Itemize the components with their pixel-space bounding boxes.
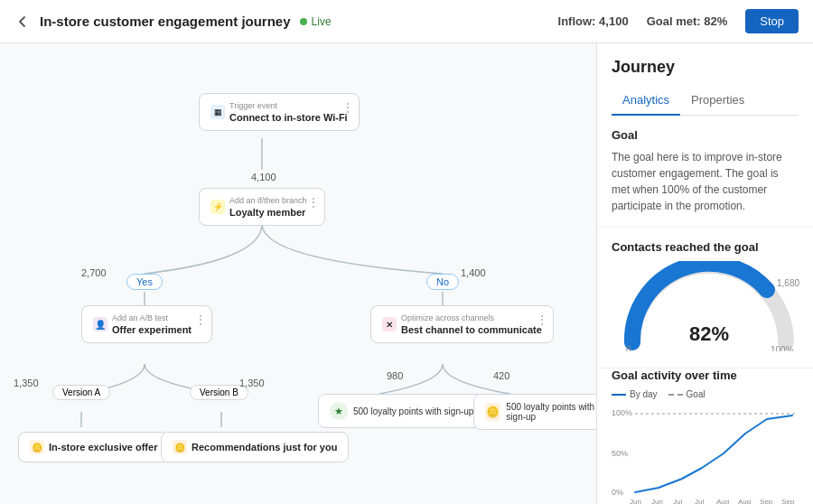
activity-title: Goal activity over time bbox=[612, 369, 799, 382]
trigger-label: Trigger event bbox=[229, 101, 348, 110]
loyalty-2-label: 500 loyalty points with sign-up bbox=[506, 402, 596, 422]
branch-title: Loyalty member bbox=[229, 207, 307, 218]
ab-menu-icon[interactable]: ⋮ bbox=[195, 313, 206, 326]
loyalty-node-1: ★ 500 loyalty points with sign-up bbox=[318, 394, 485, 428]
count-4100: 4,100 bbox=[251, 172, 276, 182]
svg-text:Jun: Jun bbox=[651, 498, 663, 504]
goal-label: Goal met: bbox=[647, 14, 701, 28]
svg-text:Sep: Sep bbox=[781, 498, 795, 504]
goal-value: 82% bbox=[704, 14, 727, 28]
offer-b-title: Recommendations just for you bbox=[192, 442, 337, 453]
count-980: 980 bbox=[387, 370, 403, 381]
loyalty-1-label: 500 loyalty points with sign-up bbox=[353, 406, 473, 416]
optimize-title: Best channel to communicate bbox=[401, 324, 542, 335]
optimize-node: ✕ Optimize across channels Best channel … bbox=[370, 305, 554, 343]
svg-text:Jul: Jul bbox=[673, 498, 682, 504]
live-label: Live bbox=[312, 15, 332, 28]
contacts-section: Contacts reached the goal 82% 0 100% 1,6… bbox=[597, 228, 813, 369]
page-title: In-store customer engagement journey bbox=[40, 14, 291, 29]
no-badge: No bbox=[426, 274, 459, 290]
svg-text:100%: 100% bbox=[612, 408, 632, 417]
main-content: ▦ Trigger event Connect to in-store Wi-F… bbox=[0, 43, 813, 504]
trigger-node: ▦ Trigger event Connect to in-store Wi-F… bbox=[199, 93, 360, 131]
gauge-svg: 82% 0 100% 1,680 bbox=[619, 261, 799, 351]
offer-b-node: 🪙 Recommendations just for you bbox=[161, 432, 349, 462]
svg-text:Aug: Aug bbox=[738, 498, 751, 504]
branch-label: Add an if/then branch bbox=[229, 196, 307, 205]
chart-legend: By day Goal bbox=[612, 389, 799, 399]
green-circle-icon: ★ bbox=[330, 402, 348, 420]
goal-stat: Goal met: 82% bbox=[647, 14, 728, 28]
svg-text:0%: 0% bbox=[612, 488, 623, 497]
contacts-title: Contacts reached the goal bbox=[612, 240, 799, 254]
yes-badge: Yes bbox=[126, 274, 163, 290]
version-a-badge: Version A bbox=[52, 385, 110, 400]
tab-analytics[interactable]: Analytics bbox=[612, 86, 680, 116]
svg-text:Sep: Sep bbox=[760, 498, 773, 504]
count-1350b: 1,350 bbox=[239, 378, 265, 388]
svg-text:50%: 50% bbox=[612, 449, 628, 458]
right-panel: Journey Analytics Properties Goal The go… bbox=[596, 43, 813, 504]
panel-header: Journey Analytics Properties bbox=[597, 43, 813, 116]
legend-goal: Goal bbox=[668, 389, 706, 399]
live-badge: Live bbox=[300, 15, 332, 28]
ab-test-node: 👤 Add an A/B test Offer experiment ⋮ bbox=[81, 305, 212, 343]
back-button[interactable] bbox=[14, 14, 31, 30]
header-right: Inflow: 4,100 Goal met: 82% Stop bbox=[558, 9, 799, 33]
svg-text:Jul: Jul bbox=[695, 498, 704, 504]
no-count: 1,400 bbox=[461, 267, 486, 278]
svg-text:Aug: Aug bbox=[716, 498, 729, 504]
journey-canvas: ▦ Trigger event Connect to in-store Wi-F… bbox=[0, 43, 596, 504]
loyalty-icon: 🪙 bbox=[485, 403, 500, 421]
activity-chart-svg: 100% 50% 0% Jun 15 Jun 30 Jul 15 Jul 30 bbox=[612, 406, 799, 504]
live-dot-icon bbox=[300, 18, 307, 25]
legend-goal-line bbox=[668, 394, 683, 396]
legend-goal-label: Goal bbox=[687, 389, 706, 399]
tabs: Analytics Properties bbox=[612, 86, 799, 116]
svg-text:0: 0 bbox=[626, 345, 631, 351]
svg-text:1,680: 1,680 bbox=[777, 278, 799, 288]
branch-menu-icon[interactable]: ⋮ bbox=[308, 196, 319, 209]
ab-title: Offer experiment bbox=[112, 324, 192, 335]
optimize-menu-icon[interactable]: ⋮ bbox=[537, 313, 547, 326]
count-1350a: 1,350 bbox=[14, 378, 39, 388]
offer-a-node: 🪙 In-store exclusive offer bbox=[18, 432, 169, 462]
goal-section: Goal The goal here is to improve in-stor… bbox=[597, 116, 813, 228]
trigger-title: Connect to in-store Wi-Fi bbox=[229, 112, 348, 123]
stop-button[interactable]: Stop bbox=[745, 9, 799, 33]
header-left: In-store customer engagement journey Liv… bbox=[14, 14, 547, 30]
optimize-label: Optimize across channels bbox=[401, 313, 542, 322]
tab-properties[interactable]: Properties bbox=[680, 86, 755, 116]
chart-wrap: 100% 50% 0% Jun 15 Jun 30 Jul 15 Jul 30 bbox=[612, 406, 799, 504]
svg-text:100%: 100% bbox=[771, 345, 794, 351]
header: In-store customer engagement journey Liv… bbox=[0, 0, 813, 43]
inflow-label: Inflow: bbox=[558, 14, 596, 28]
trigger-menu-icon[interactable]: ⋮ bbox=[342, 101, 353, 114]
svg-text:Jun: Jun bbox=[630, 498, 641, 504]
inflow-value: 4,100 bbox=[599, 14, 629, 28]
legend-by-day-label: By day bbox=[630, 389, 658, 399]
loyalty-node-2: 🪙 500 loyalty points with sign-up bbox=[473, 394, 596, 430]
yes-count: 2,700 bbox=[81, 267, 107, 278]
legend-by-day: By day bbox=[612, 389, 658, 399]
goal-text: The goal here is to improve in-store cus… bbox=[612, 149, 799, 214]
legend-by-day-line bbox=[612, 394, 626, 396]
activity-section: Goal activity over time By day Goal 100%… bbox=[597, 369, 813, 504]
inflow-stat: Inflow: 4,100 bbox=[558, 14, 629, 28]
offer-a-title: In-store exclusive offer bbox=[49, 442, 157, 453]
branch-node: ⚡ Add an if/then branch Loyalty member ⋮ bbox=[199, 188, 325, 226]
count-420: 420 bbox=[493, 370, 509, 381]
svg-text:82%: 82% bbox=[689, 322, 729, 345]
ab-label: Add an A/B test bbox=[112, 313, 192, 322]
panel-title: Journey bbox=[612, 58, 799, 77]
goal-title: Goal bbox=[612, 128, 799, 142]
